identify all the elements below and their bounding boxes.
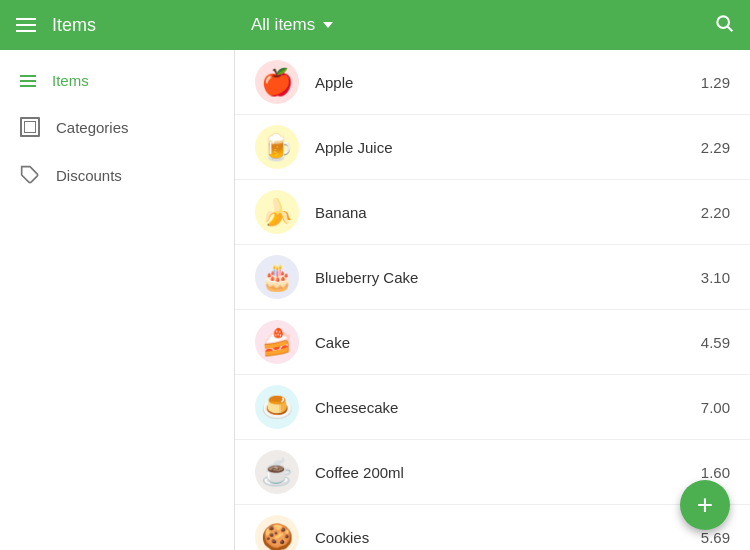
item-name: Coffee 200ml bbox=[315, 464, 680, 481]
sidebar-label-items: Items bbox=[52, 72, 89, 89]
main-content: Items Categories Discounts 🍎Apple1.29🍺Ap… bbox=[0, 50, 750, 550]
content-area: 🍎Apple1.29🍺Apple Juice2.29🍌Banana2.20🎂Bl… bbox=[235, 50, 750, 550]
item-price: 5.69 bbox=[680, 529, 730, 546]
list-item[interactable]: 🍌Banana2.20 bbox=[235, 180, 750, 245]
item-icon: 🍎 bbox=[255, 60, 299, 104]
item-price: 4.59 bbox=[680, 334, 730, 351]
hamburger-icon[interactable] bbox=[16, 18, 36, 32]
item-price: 1.29 bbox=[680, 74, 730, 91]
header-right: All items bbox=[235, 13, 750, 38]
item-price: 2.29 bbox=[680, 139, 730, 156]
item-name: Blueberry Cake bbox=[315, 269, 680, 286]
item-price: 1.60 bbox=[680, 464, 730, 481]
item-icon: 🍌 bbox=[255, 190, 299, 234]
tag-icon bbox=[20, 165, 40, 185]
item-name: Apple Juice bbox=[315, 139, 680, 156]
sidebar-item-discounts[interactable]: Discounts bbox=[0, 151, 234, 199]
list-icon bbox=[20, 75, 36, 87]
sidebar-label-discounts: Discounts bbox=[56, 167, 122, 184]
sidebar: Items Categories Discounts bbox=[0, 50, 235, 550]
app-header: Items All items bbox=[0, 0, 750, 50]
item-name: Apple bbox=[315, 74, 680, 91]
list-item[interactable]: ☕Coffee 200ml1.60 bbox=[235, 440, 750, 505]
fab-icon: + bbox=[697, 491, 713, 519]
list-item[interactable]: 🍺Apple Juice2.29 bbox=[235, 115, 750, 180]
add-item-button[interactable]: + bbox=[680, 480, 730, 530]
item-name: Cookies bbox=[315, 529, 680, 546]
item-price: 2.20 bbox=[680, 204, 730, 221]
categories-icon bbox=[20, 117, 40, 137]
list-item[interactable]: 🎂Blueberry Cake3.10 bbox=[235, 245, 750, 310]
item-name: Cake bbox=[315, 334, 680, 351]
svg-line-1 bbox=[728, 26, 733, 31]
chevron-down-icon bbox=[323, 22, 333, 28]
item-icon: 🍪 bbox=[255, 515, 299, 550]
list-item[interactable]: 🍎Apple1.29 bbox=[235, 50, 750, 115]
item-icon: 🍺 bbox=[255, 125, 299, 169]
sidebar-item-items[interactable]: Items bbox=[0, 58, 234, 103]
item-name: Banana bbox=[315, 204, 680, 221]
item-icon: 🍮 bbox=[255, 385, 299, 429]
sidebar-label-categories: Categories bbox=[56, 119, 129, 136]
list-item[interactable]: 🍮Cheesecake7.00 bbox=[235, 375, 750, 440]
item-icon: 🎂 bbox=[255, 255, 299, 299]
item-name: Cheesecake bbox=[315, 399, 680, 416]
app-title: Items bbox=[52, 15, 96, 36]
item-price: 7.00 bbox=[680, 399, 730, 416]
filter-label: All items bbox=[251, 15, 315, 35]
sidebar-item-categories[interactable]: Categories bbox=[0, 103, 234, 151]
item-icon: 🍰 bbox=[255, 320, 299, 364]
item-icon: ☕ bbox=[255, 450, 299, 494]
item-price: 3.10 bbox=[680, 269, 730, 286]
list-item[interactable]: 🍪Cookies5.69 bbox=[235, 505, 750, 550]
header-left: Items bbox=[0, 15, 235, 36]
items-list: 🍎Apple1.29🍺Apple Juice2.29🍌Banana2.20🎂Bl… bbox=[235, 50, 750, 550]
filter-dropdown[interactable]: All items bbox=[251, 15, 333, 35]
svg-point-0 bbox=[717, 16, 729, 28]
search-icon[interactable] bbox=[714, 13, 734, 38]
list-item[interactable]: 🍰Cake4.59 bbox=[235, 310, 750, 375]
